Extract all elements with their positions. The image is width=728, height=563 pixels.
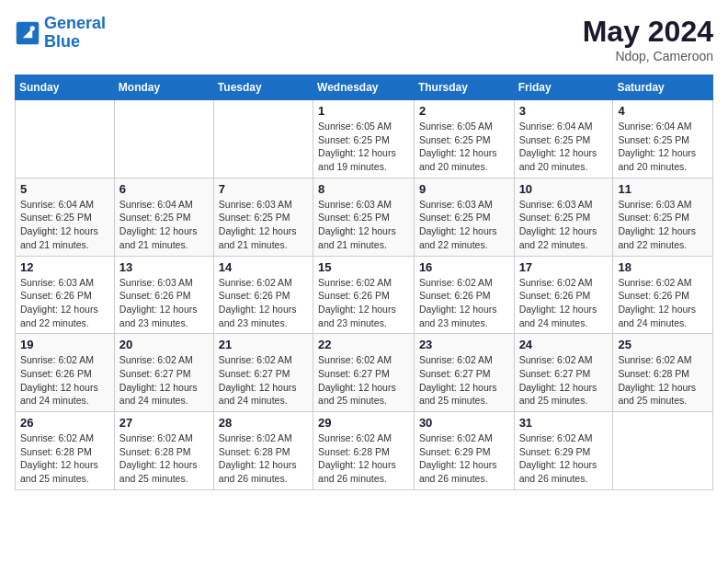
day-info: Sunrise: 6:02 AM Sunset: 6:26 PM Dayligh…: [419, 276, 509, 330]
calendar-cell: [613, 412, 713, 490]
calendar-cell: 13Sunrise: 6:03 AM Sunset: 6:26 PM Dayli…: [114, 256, 213, 334]
day-number: 6: [119, 182, 209, 196]
calendar-cell: 7Sunrise: 6:03 AM Sunset: 6:25 PM Daylig…: [213, 178, 313, 256]
day-info: Sunrise: 6:02 AM Sunset: 6:28 PM Dayligh…: [119, 431, 209, 486]
calendar-cell: 2Sunrise: 6:05 AM Sunset: 6:25 PM Daylig…: [414, 100, 514, 178]
day-info: Sunrise: 6:04 AM Sunset: 6:25 PM Dayligh…: [20, 198, 109, 252]
calendar-cell: 14Sunrise: 6:02 AM Sunset: 6:26 PM Dayli…: [213, 256, 313, 334]
day-info: Sunrise: 6:03 AM Sunset: 6:25 PM Dayligh…: [618, 198, 708, 252]
day-info: Sunrise: 6:02 AM Sunset: 6:27 PM Dayligh…: [119, 353, 209, 408]
day-info: Sunrise: 6:03 AM Sunset: 6:25 PM Dayligh…: [219, 198, 308, 252]
calendar-cell: 1Sunrise: 6:05 AM Sunset: 6:25 PM Daylig…: [313, 100, 415, 178]
calendar-cell: 30Sunrise: 6:02 AM Sunset: 6:29 PM Dayli…: [414, 412, 514, 490]
day-info: Sunrise: 6:02 AM Sunset: 6:26 PM Dayligh…: [519, 276, 609, 330]
day-info: Sunrise: 6:02 AM Sunset: 6:26 PM Dayligh…: [219, 276, 308, 330]
day-header-tuesday: Tuesday: [213, 75, 313, 100]
day-number: 2: [419, 104, 509, 118]
day-info: Sunrise: 6:02 AM Sunset: 6:28 PM Dayligh…: [219, 431, 308, 486]
calendar-cell: 16Sunrise: 6:02 AM Sunset: 6:26 PM Dayli…: [414, 256, 514, 334]
day-info: Sunrise: 6:02 AM Sunset: 6:27 PM Dayligh…: [219, 353, 308, 408]
day-info: Sunrise: 6:03 AM Sunset: 6:26 PM Dayligh…: [20, 276, 109, 330]
calendar-cell: 12Sunrise: 6:03 AM Sunset: 6:26 PM Dayli…: [16, 256, 115, 334]
day-number: 1: [318, 104, 409, 118]
calendar-cell: 22Sunrise: 6:02 AM Sunset: 6:27 PM Dayli…: [313, 334, 415, 412]
calendar-cell: 17Sunrise: 6:02 AM Sunset: 6:26 PM Dayli…: [514, 256, 613, 334]
calendar-cell: 6Sunrise: 6:04 AM Sunset: 6:25 PM Daylig…: [114, 178, 213, 256]
day-number: 3: [519, 104, 609, 118]
day-info: Sunrise: 6:04 AM Sunset: 6:25 PM Dayligh…: [119, 198, 209, 252]
calendar-cell: 20Sunrise: 6:02 AM Sunset: 6:27 PM Dayli…: [114, 334, 213, 412]
day-info: Sunrise: 6:05 AM Sunset: 6:25 PM Dayligh…: [419, 120, 509, 174]
calendar-cell: 11Sunrise: 6:03 AM Sunset: 6:25 PM Dayli…: [613, 178, 713, 256]
day-info: Sunrise: 6:02 AM Sunset: 6:28 PM Dayligh…: [20, 431, 109, 486]
day-info: Sunrise: 6:03 AM Sunset: 6:25 PM Dayligh…: [318, 198, 409, 252]
day-number: 15: [318, 260, 409, 274]
day-number: 22: [318, 338, 409, 351]
day-number: 31: [519, 416, 609, 430]
calendar-cell: 24Sunrise: 6:02 AM Sunset: 6:27 PM Dayli…: [514, 334, 613, 412]
day-header-friday: Friday: [514, 75, 613, 100]
day-number: 8: [318, 182, 409, 196]
day-header-thursday: Thursday: [414, 75, 514, 100]
day-number: 10: [519, 182, 609, 196]
day-info: Sunrise: 6:02 AM Sunset: 6:28 PM Dayligh…: [618, 353, 708, 408]
calendar-cell: 28Sunrise: 6:02 AM Sunset: 6:28 PM Dayli…: [213, 412, 313, 490]
day-number: 24: [519, 338, 609, 351]
calendar-cell: 18Sunrise: 6:02 AM Sunset: 6:26 PM Dayli…: [613, 256, 713, 334]
svg-point-2: [30, 26, 35, 30]
calendar-cell: 9Sunrise: 6:03 AM Sunset: 6:25 PM Daylig…: [414, 178, 514, 256]
logo-text: General Blue: [44, 15, 106, 52]
day-number: 12: [20, 260, 109, 274]
calendar-header-row: SundayMondayTuesdayWednesdayThursdayFrid…: [16, 75, 713, 100]
day-number: 17: [519, 260, 609, 274]
day-info: Sunrise: 6:04 AM Sunset: 6:25 PM Dayligh…: [519, 120, 609, 174]
day-info: Sunrise: 6:02 AM Sunset: 6:26 PM Dayligh…: [20, 353, 109, 408]
calendar-cell: 10Sunrise: 6:03 AM Sunset: 6:25 PM Dayli…: [514, 178, 613, 256]
calendar-cell: 23Sunrise: 6:02 AM Sunset: 6:27 PM Dayli…: [414, 334, 514, 412]
day-number: 21: [219, 338, 308, 351]
calendar-cell: 19Sunrise: 6:02 AM Sunset: 6:26 PM Dayli…: [16, 334, 115, 412]
calendar-cell: 26Sunrise: 6:02 AM Sunset: 6:28 PM Dayli…: [16, 412, 115, 490]
calendar-cell: 5Sunrise: 6:04 AM Sunset: 6:25 PM Daylig…: [16, 178, 115, 256]
day-header-wednesday: Wednesday: [313, 75, 415, 100]
day-number: 4: [618, 104, 708, 118]
day-number: 18: [618, 260, 708, 274]
calendar-week-row: 26Sunrise: 6:02 AM Sunset: 6:28 PM Dayli…: [16, 412, 713, 490]
day-info: Sunrise: 6:02 AM Sunset: 6:28 PM Dayligh…: [318, 431, 409, 486]
day-number: 23: [419, 338, 509, 351]
day-info: Sunrise: 6:05 AM Sunset: 6:25 PM Dayligh…: [318, 120, 409, 174]
calendar-week-row: 5Sunrise: 6:04 AM Sunset: 6:25 PM Daylig…: [16, 178, 713, 256]
day-info: Sunrise: 6:02 AM Sunset: 6:29 PM Dayligh…: [519, 431, 609, 486]
calendar-cell: 8Sunrise: 6:03 AM Sunset: 6:25 PM Daylig…: [313, 178, 415, 256]
day-info: Sunrise: 6:02 AM Sunset: 6:27 PM Dayligh…: [419, 353, 509, 408]
calendar-week-row: 1Sunrise: 6:05 AM Sunset: 6:25 PM Daylig…: [16, 100, 713, 178]
day-number: 30: [419, 416, 509, 430]
calendar-week-row: 19Sunrise: 6:02 AM Sunset: 6:26 PM Dayli…: [16, 334, 713, 412]
day-number: 27: [119, 416, 209, 430]
calendar-cell: 27Sunrise: 6:02 AM Sunset: 6:28 PM Dayli…: [114, 412, 213, 490]
calendar-cell: 21Sunrise: 6:02 AM Sunset: 6:27 PM Dayli…: [213, 334, 313, 412]
day-number: 28: [219, 416, 308, 430]
day-info: Sunrise: 6:02 AM Sunset: 6:27 PM Dayligh…: [318, 353, 409, 408]
day-number: 9: [419, 182, 509, 196]
day-number: 14: [219, 260, 308, 274]
location: Ndop, Cameroon: [583, 49, 713, 63]
calendar-cell: 15Sunrise: 6:02 AM Sunset: 6:26 PM Dayli…: [313, 256, 415, 334]
calendar-cell: 31Sunrise: 6:02 AM Sunset: 6:29 PM Dayli…: [514, 412, 613, 490]
day-info: Sunrise: 6:03 AM Sunset: 6:25 PM Dayligh…: [519, 198, 609, 252]
day-number: 29: [318, 416, 409, 430]
calendar-week-row: 12Sunrise: 6:03 AM Sunset: 6:26 PM Dayli…: [16, 256, 713, 334]
calendar-cell: [213, 100, 313, 178]
calendar-cell: 3Sunrise: 6:04 AM Sunset: 6:25 PM Daylig…: [514, 100, 613, 178]
title-block: May 2024 Ndop, Cameroon: [583, 15, 713, 63]
calendar-cell: 4Sunrise: 6:04 AM Sunset: 6:25 PM Daylig…: [613, 100, 713, 178]
logo-icon: [15, 20, 40, 46]
month-title: May 2024: [583, 15, 713, 49]
calendar-cell: [114, 100, 213, 178]
page-header: General Blue May 2024 Ndop, Cameroon: [15, 15, 713, 63]
day-number: 5: [20, 182, 109, 196]
calendar-table: SundayMondayTuesdayWednesdayThursdayFrid…: [15, 75, 713, 490]
day-header-sunday: Sunday: [16, 75, 115, 100]
day-number: 19: [20, 338, 109, 351]
day-info: Sunrise: 6:02 AM Sunset: 6:27 PM Dayligh…: [519, 353, 609, 408]
